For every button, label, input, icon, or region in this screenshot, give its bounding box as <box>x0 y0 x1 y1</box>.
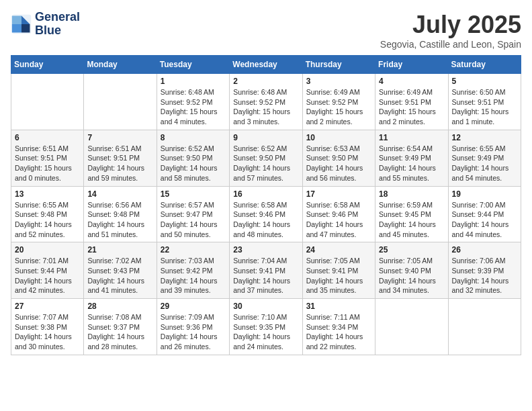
day-number: 12 <box>452 133 517 142</box>
calendar-cell: 2Sunrise: 6:48 AMSunset: 9:52 PMDaylight… <box>230 74 302 130</box>
calendar-cell <box>84 74 157 130</box>
svg-marker-2 <box>21 24 30 32</box>
calendar-cell: 10Sunrise: 6:53 AMSunset: 9:50 PMDayligh… <box>302 130 375 186</box>
day-number: 30 <box>233 302 298 311</box>
day-info: Sunrise: 7:09 AMSunset: 9:36 PMDaylight:… <box>161 312 226 352</box>
day-info: Sunrise: 7:05 AMSunset: 9:40 PMDaylight:… <box>379 256 444 295</box>
day-header-wednesday: Wednesday <box>230 56 302 74</box>
day-info: Sunrise: 6:57 AMSunset: 9:47 PMDaylight:… <box>161 200 226 240</box>
calendar-cell: 17Sunrise: 6:58 AMSunset: 9:46 PMDayligh… <box>302 186 375 242</box>
day-number: 19 <box>452 189 517 199</box>
day-info: Sunrise: 6:58 AMSunset: 9:46 PMDaylight:… <box>233 200 298 240</box>
calendar-cell: 13Sunrise: 6:55 AMSunset: 9:48 PMDayligh… <box>11 186 84 242</box>
calendar-cell: 21Sunrise: 7:02 AMSunset: 9:43 PMDayligh… <box>84 242 157 299</box>
page-header: General Blue July 2025 Segovia, Castille… <box>11 11 521 50</box>
day-number: 1 <box>161 77 226 86</box>
calendar-cell: 31Sunrise: 7:11 AMSunset: 9:34 PMDayligh… <box>302 299 375 355</box>
day-info: Sunrise: 6:49 AMSunset: 9:52 PMDaylight:… <box>306 87 371 127</box>
day-number: 27 <box>15 302 80 311</box>
calendar-cell <box>448 299 521 355</box>
day-header-saturday: Saturday <box>448 56 521 74</box>
day-header-friday: Friday <box>375 56 448 74</box>
day-info: Sunrise: 7:11 AMSunset: 9:34 PMDaylight:… <box>306 312 371 352</box>
calendar-cell: 7Sunrise: 6:51 AMSunset: 9:51 PMDaylight… <box>84 130 157 186</box>
day-number: 2 <box>233 77 298 86</box>
day-number: 20 <box>15 245 80 255</box>
calendar-cell: 5Sunrise: 6:50 AMSunset: 9:51 PMDaylight… <box>448 74 521 130</box>
day-info: Sunrise: 6:55 AMSunset: 9:49 PMDaylight:… <box>452 144 517 183</box>
day-number: 28 <box>87 302 152 311</box>
calendar-cell: 12Sunrise: 6:55 AMSunset: 9:49 PMDayligh… <box>448 130 521 186</box>
calendar-cell: 29Sunrise: 7:09 AMSunset: 9:36 PMDayligh… <box>157 299 229 355</box>
day-number: 15 <box>161 189 226 199</box>
calendar-week-5: 27Sunrise: 7:07 AMSunset: 9:38 PMDayligh… <box>11 299 521 355</box>
calendar-cell: 20Sunrise: 7:01 AMSunset: 9:44 PMDayligh… <box>11 242 84 299</box>
calendar-week-4: 20Sunrise: 7:01 AMSunset: 9:44 PMDayligh… <box>11 242 521 299</box>
location: Segovia, Castille and Leon, Spain <box>380 39 521 50</box>
day-number: 25 <box>379 245 444 255</box>
day-header-monday: Monday <box>84 56 157 74</box>
day-number: 5 <box>452 77 517 86</box>
calendar-header: SundayMondayTuesdayWednesdayThursdayFrid… <box>11 56 521 74</box>
day-number: 31 <box>306 302 371 311</box>
day-number: 9 <box>233 133 298 142</box>
day-number: 3 <box>306 77 371 86</box>
calendar-cell: 11Sunrise: 6:54 AMSunset: 9:49 PMDayligh… <box>375 130 448 186</box>
day-info: Sunrise: 7:10 AMSunset: 9:35 PMDaylight:… <box>233 312 298 352</box>
calendar-cell: 8Sunrise: 6:52 AMSunset: 9:50 PMDaylight… <box>157 130 229 186</box>
calendar-cell: 6Sunrise: 6:51 AMSunset: 9:51 PMDaylight… <box>11 130 84 186</box>
calendar-cell: 19Sunrise: 7:00 AMSunset: 9:44 PMDayligh… <box>448 186 521 242</box>
calendar-week-3: 13Sunrise: 6:55 AMSunset: 9:48 PMDayligh… <box>11 186 521 242</box>
calendar-cell: 23Sunrise: 7:04 AMSunset: 9:41 PMDayligh… <box>230 242 302 299</box>
day-number: 22 <box>161 245 226 255</box>
day-info: Sunrise: 6:51 AMSunset: 9:51 PMDaylight:… <box>87 144 152 183</box>
calendar-week-2: 6Sunrise: 6:51 AMSunset: 9:51 PMDaylight… <box>11 130 521 186</box>
day-number: 14 <box>87 189 152 199</box>
day-info: Sunrise: 6:55 AMSunset: 9:48 PMDaylight:… <box>15 200 80 240</box>
calendar-cell <box>375 299 448 355</box>
logo-icon <box>11 13 32 35</box>
calendar-cell: 26Sunrise: 7:06 AMSunset: 9:39 PMDayligh… <box>448 242 521 299</box>
day-info: Sunrise: 7:07 AMSunset: 9:38 PMDaylight:… <box>15 312 80 352</box>
day-number: 17 <box>306 189 371 199</box>
day-number: 13 <box>15 189 80 199</box>
logo-text: General Blue <box>35 11 80 38</box>
calendar-cell: 27Sunrise: 7:07 AMSunset: 9:38 PMDayligh… <box>11 299 84 355</box>
calendar-cell: 9Sunrise: 6:52 AMSunset: 9:50 PMDaylight… <box>230 130 302 186</box>
day-info: Sunrise: 6:49 AMSunset: 9:51 PMDaylight:… <box>379 87 444 127</box>
day-info: Sunrise: 6:52 AMSunset: 9:50 PMDaylight:… <box>161 144 226 183</box>
day-number: 26 <box>452 245 517 255</box>
day-header-thursday: Thursday <box>302 56 375 74</box>
svg-marker-4 <box>12 15 21 24</box>
day-number: 7 <box>87 133 152 142</box>
day-info: Sunrise: 6:48 AMSunset: 9:52 PMDaylight:… <box>161 87 226 127</box>
day-info: Sunrise: 6:56 AMSunset: 9:48 PMDaylight:… <box>87 200 152 240</box>
day-number: 10 <box>306 133 371 142</box>
day-number: 29 <box>161 302 226 311</box>
calendar-cell: 22Sunrise: 7:03 AMSunset: 9:42 PMDayligh… <box>157 242 229 299</box>
day-info: Sunrise: 6:51 AMSunset: 9:51 PMDaylight:… <box>15 144 80 183</box>
day-info: Sunrise: 7:01 AMSunset: 9:44 PMDaylight:… <box>15 256 80 295</box>
day-number: 21 <box>87 245 152 255</box>
title-area: July 2025 Segovia, Castille and Leon, Sp… <box>380 11 521 50</box>
logo: General Blue <box>11 11 80 38</box>
day-info: Sunrise: 7:04 AMSunset: 9:41 PMDaylight:… <box>233 256 298 295</box>
day-number: 4 <box>379 77 444 86</box>
calendar-cell: 18Sunrise: 6:59 AMSunset: 9:45 PMDayligh… <box>375 186 448 242</box>
day-info: Sunrise: 7:05 AMSunset: 9:41 PMDaylight:… <box>306 256 371 295</box>
day-info: Sunrise: 7:03 AMSunset: 9:42 PMDaylight:… <box>161 256 226 295</box>
calendar-cell: 4Sunrise: 6:49 AMSunset: 9:51 PMDaylight… <box>375 74 448 130</box>
calendar-cell: 3Sunrise: 6:49 AMSunset: 9:52 PMDaylight… <box>302 74 375 130</box>
svg-marker-3 <box>12 24 21 32</box>
calendar-cell: 16Sunrise: 6:58 AMSunset: 9:46 PMDayligh… <box>230 186 302 242</box>
day-number: 24 <box>306 245 371 255</box>
calendar-cell: 14Sunrise: 6:56 AMSunset: 9:48 PMDayligh… <box>84 186 157 242</box>
day-info: Sunrise: 6:50 AMSunset: 9:51 PMDaylight:… <box>452 87 517 127</box>
calendar-cell <box>11 74 84 130</box>
day-info: Sunrise: 6:48 AMSunset: 9:52 PMDaylight:… <box>233 87 298 127</box>
day-header-sunday: Sunday <box>11 56 84 74</box>
day-number: 8 <box>161 133 226 142</box>
day-info: Sunrise: 6:58 AMSunset: 9:46 PMDaylight:… <box>306 200 371 240</box>
day-info: Sunrise: 7:00 AMSunset: 9:44 PMDaylight:… <box>452 200 517 240</box>
day-number: 23 <box>233 245 298 255</box>
